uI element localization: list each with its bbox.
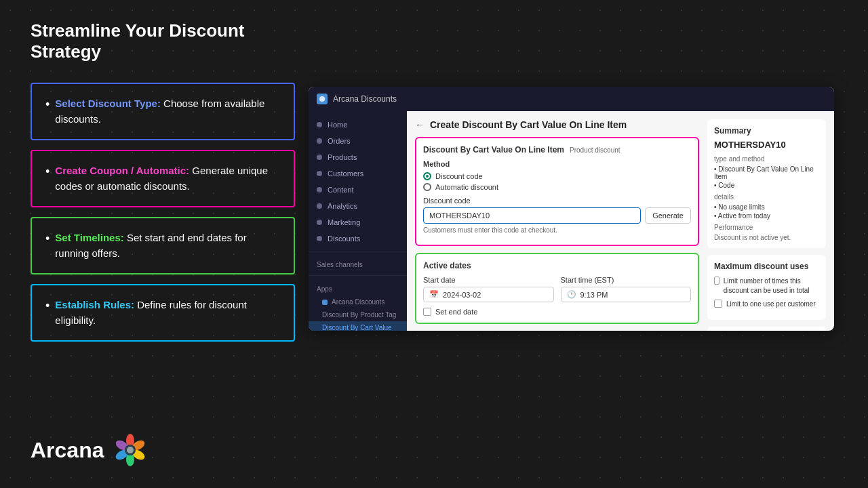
- max-uses-total-row[interactable]: Limit number of times this discount can …: [714, 277, 819, 296]
- sidebar-item-discounts[interactable]: Discounts: [309, 230, 407, 247]
- sidebar-item-analytics[interactable]: Analytics: [309, 198, 407, 214]
- arcana-logo-icon: [113, 432, 148, 468]
- sidebar-item-orders[interactable]: Orders: [309, 133, 407, 149]
- main-title: Streamline Your Discount Strategy: [31, 20, 295, 62]
- summary-details-section: details No usage limits Active from toda…: [714, 193, 819, 220]
- sidebar-label-content: Content: [328, 186, 354, 194]
- radio-automatic[interactable]: Automatic discount: [423, 183, 691, 191]
- analytics-icon: [317, 203, 322, 209]
- start-time-input[interactable]: 🕐 9:13 PM: [561, 287, 692, 302]
- card-highlight: Set Timelines:: [55, 232, 123, 243]
- generate-button[interactable]: Generate: [645, 207, 691, 224]
- code-hint: Customers must enter this code at checko…: [423, 226, 691, 234]
- card-set-timelines: Set Timelines: Set start and end dates f…: [31, 217, 295, 274]
- summary-performance-section: Performance Discount is not active yet.: [714, 224, 819, 241]
- type-method-label: type and method: [714, 155, 819, 163]
- sidebar-label-discounts: Discounts: [328, 235, 360, 243]
- app-icon-svg: [319, 96, 326, 102]
- radio-discount-code-btn[interactable]: [423, 172, 431, 180]
- logo-text: Arcana: [31, 438, 104, 463]
- radio-label-automatic: Automatic discount: [435, 183, 498, 191]
- sidebar-item-products[interactable]: Products: [309, 149, 407, 165]
- combinations-card: Combinations: [707, 327, 826, 331]
- sidebar-label-analytics: Analytics: [328, 202, 357, 210]
- discounts-icon: [317, 236, 322, 241]
- card-create-coupon: Create Coupon / Automatic: Generate uniq…: [31, 150, 295, 207]
- radio-discount-code[interactable]: Discount code: [423, 172, 691, 180]
- summary-type-item: Discount By Cart Value On Line Item: [714, 165, 819, 180]
- products-icon: [317, 155, 322, 160]
- radio-label-discount-code: Discount code: [435, 172, 483, 180]
- page-title: Create Discount By Cart Value On Line It…: [430, 119, 627, 130]
- discount-type-card: Discount By Cart Value On Line Item Prod…: [415, 137, 699, 246]
- sidebar-label-marketing: Marketing: [328, 218, 360, 226]
- start-date-value: 2024-03-02: [443, 291, 481, 299]
- dates-row: Start date 📅 2024-03-02 Start time (EST)…: [423, 276, 691, 302]
- summary-detail-usage: No usage limits: [714, 203, 819, 211]
- sidebar-label-home: Home: [328, 121, 347, 129]
- arcana-app-label: Arcana Discounts: [332, 298, 384, 306]
- code-input-row: Generate: [423, 207, 691, 224]
- set-end-date-row[interactable]: Set end date: [423, 308, 691, 316]
- code-field-label: Discount code: [423, 197, 691, 205]
- app-icon: [317, 94, 328, 104]
- ui-body: Home Orders Products Customers Content A…: [309, 111, 834, 331]
- sidebar-sub-cart-value-1[interactable]: Discount By Cart Value ...: [309, 321, 407, 331]
- start-time-value: 9:13 PM: [580, 291, 608, 299]
- set-end-date-label: Set end date: [435, 308, 477, 316]
- discount-code-input[interactable]: [423, 207, 641, 224]
- ui-panel: Arcana Discounts Home Orders Products Cu…: [309, 87, 834, 331]
- card-highlight: Establish Rules:: [55, 299, 134, 310]
- card-text: Create Coupon / Automatic: Generate uniq…: [55, 163, 280, 194]
- performance-label: Performance: [714, 224, 819, 231]
- sidebar-item-customers[interactable]: Customers: [309, 165, 407, 182]
- marketing-icon: [317, 220, 322, 225]
- performance-text: Discount is not active yet.: [714, 234, 819, 241]
- sidebar-item-home[interactable]: Home: [309, 117, 407, 133]
- card-select-discount: Select Discount Type: Choose from availa…: [31, 83, 295, 140]
- method-section: Method Discount code Automatic discount: [423, 160, 691, 191]
- sidebar-item-content[interactable]: Content: [309, 182, 407, 198]
- summary-detail-active: Active from today: [714, 212, 819, 220]
- max-uses-card: Maximum discount uses Limit number of ti…: [707, 255, 826, 320]
- sidebar-sub-product-tag[interactable]: Discount By Product Tag: [309, 308, 407, 321]
- home-icon: [317, 122, 322, 127]
- ui-topbar: Arcana Discounts: [309, 87, 834, 111]
- radio-automatic-btn[interactable]: [423, 183, 431, 191]
- set-end-date-checkbox[interactable]: [423, 308, 431, 316]
- topbar-title: Arcana Discounts: [333, 94, 397, 104]
- active-dates-title: Active dates: [423, 261, 691, 270]
- max-uses-per-customer-row[interactable]: Limit to one use per customer: [714, 300, 819, 309]
- ui-summary: Summary MOTHERSDAY10 type and method Dis…: [707, 119, 826, 323]
- summary-code: MOTHERSDAY10: [714, 140, 819, 150]
- card-highlight: Select Discount Type:: [55, 98, 161, 109]
- content-icon: [317, 187, 322, 192]
- start-date-input[interactable]: 📅 2024-03-02: [423, 287, 554, 302]
- discount-code-section: Discount code Generate Customers must en…: [423, 197, 691, 234]
- sidebar-sep-2: [309, 275, 407, 276]
- clock-icon: 🕐: [567, 290, 576, 299]
- sidebar-label-customers: Customers: [328, 169, 363, 178]
- page-header: ← Create Discount By Cart Value On Line …: [415, 119, 699, 130]
- ui-main: ← Create Discount By Cart Value On Line …: [407, 111, 834, 331]
- max-uses-per-customer-checkbox[interactable]: [714, 300, 722, 308]
- start-date-label: Start date: [423, 276, 554, 284]
- sales-channels-label: Sales channels: [309, 256, 407, 271]
- max-uses-per-customer-label: Limit to one use per customer: [726, 300, 816, 309]
- ui-sidebar: Home Orders Products Customers Content A…: [309, 111, 407, 331]
- sidebar-label-products: Products: [328, 153, 357, 161]
- max-uses-total-label: Limit number of times this discount can …: [724, 277, 819, 296]
- details-label: details: [714, 193, 819, 201]
- sub-label: Discount By Product Tag: [322, 311, 396, 319]
- start-time-label: Start time (EST): [561, 276, 692, 284]
- card-text: Set Timelines: Set start and end dates f…: [55, 230, 280, 261]
- back-button[interactable]: ←: [415, 119, 425, 130]
- active-dates-card: Active dates Start date 📅 2024-03-02 Sta…: [415, 253, 699, 324]
- max-uses-title: Maximum discount uses: [714, 262, 819, 271]
- max-uses-total-checkbox[interactable]: [714, 277, 719, 285]
- card-establish-rules: Establish Rules: Define rules for discou…: [31, 284, 295, 342]
- ui-center: ← Create Discount By Cart Value On Line …: [415, 119, 699, 323]
- sidebar-item-marketing[interactable]: Marketing: [309, 214, 407, 230]
- calendar-icon: 📅: [429, 290, 439, 299]
- sidebar-app-arcana[interactable]: Arcana Discounts: [309, 296, 407, 308]
